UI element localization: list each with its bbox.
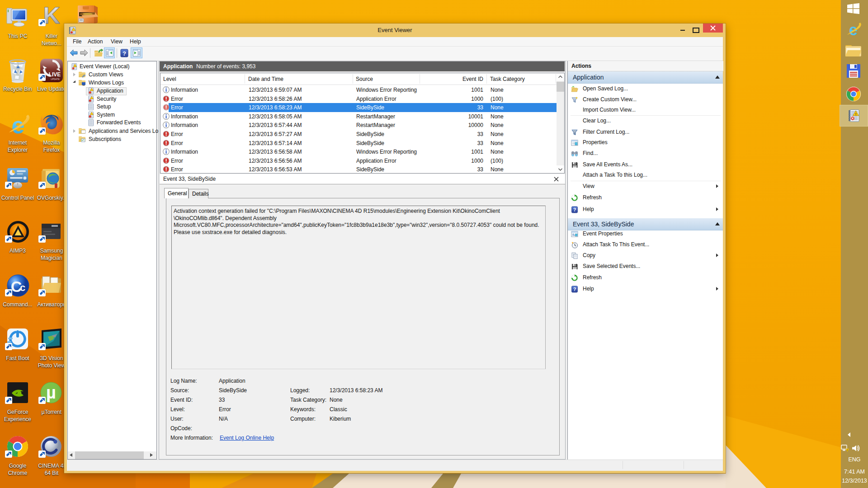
svg-text:!: ! <box>847 449 848 451</box>
svg-text:UPDATE: UPDATE <box>51 78 60 80</box>
svg-text:c: c <box>20 282 25 293</box>
svg-text:µ: µ <box>46 383 56 402</box>
svg-text:?: ? <box>573 207 576 212</box>
svg-text:×: × <box>852 116 854 121</box>
svg-text:?: ? <box>123 50 126 57</box>
svg-text:LIVE: LIVE <box>49 71 61 78</box>
svg-text:!: ! <box>855 112 857 116</box>
svg-text:?: ? <box>573 286 576 292</box>
